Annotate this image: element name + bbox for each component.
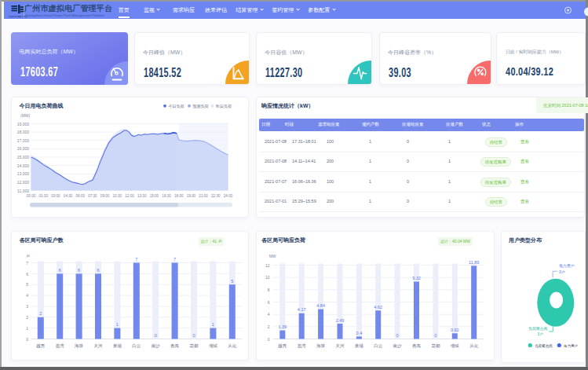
svg-text:19,000: 19,000 [17,121,30,126]
svg-text:南沙: 南沙 [152,343,161,348]
svg-text:0.4: 0.4 [356,330,363,335]
svg-text:花都: 花都 [190,343,199,348]
svg-text:6: 6 [26,271,28,276]
svg-text:1: 1 [26,325,28,330]
svg-text:3: 3 [26,304,28,309]
svg-text:增城: 增城 [451,343,460,347]
svg-text:2: 2 [26,315,28,320]
svg-text:电力用户: 电力用户 [564,344,578,348]
svg-text:6: 6 [97,267,99,272]
svg-text:7: 7 [26,260,28,265]
svg-text:19:30: 19:30 [187,193,196,197]
svg-text:海珠: 海珠 [316,343,326,348]
svg-text:0: 0 [26,336,28,341]
svg-text:9.32: 9.32 [413,276,422,280]
svg-text:18,000: 18,000 [17,130,30,134]
svg-text:0: 0 [155,333,157,338]
svg-text:0户: 0户 [559,269,565,274]
svg-text:0.92: 0.92 [451,327,459,332]
svg-text:从化: 从化 [228,343,237,348]
svg-text:荔湾: 荔湾 [56,343,65,348]
svg-text:16:30: 16:30 [162,193,171,197]
svg-text:1.39: 1.39 [279,324,287,329]
svg-text:2: 2 [39,311,42,316]
svg-text:06:00: 06:00 [75,193,85,197]
svg-text:电力用户: 电力用户 [559,263,574,269]
svg-text:荔湾: 荔湾 [298,343,307,348]
svg-text:2.49: 2.49 [336,317,345,322]
svg-text:0: 0 [435,333,437,338]
svg-text:6: 6 [59,267,61,272]
svg-text:22:30: 22:30 [211,193,221,197]
svg-text:4.62: 4.62 [374,304,383,309]
svg-text:天河: 天河 [94,343,104,348]
svg-text:白云: 白云 [374,343,384,348]
svg-text:15,000: 15,000 [17,155,30,159]
svg-text:黄埔: 黄埔 [355,343,364,347]
svg-text:11,000: 11,000 [17,188,29,192]
svg-text:负荷聚合商: 负荷聚合商 [528,325,547,331]
svg-text:6: 6 [78,267,80,272]
svg-text:12:00: 12:00 [125,193,134,197]
svg-text:4: 4 [268,312,270,317]
svg-text:21:00: 21:00 [199,193,208,197]
svg-text:负荷聚合商: 负荷聚合商 [535,344,553,348]
svg-text:13,000: 13,000 [17,171,30,176]
svg-text:番禺: 番禺 [170,343,179,348]
svg-text:16,000: 16,000 [17,146,30,151]
svg-text:0: 0 [396,333,399,338]
svg-text:4: 4 [26,293,28,298]
svg-text:2: 2 [268,324,270,329]
svg-text:0: 0 [192,333,195,338]
svg-text:07:30: 07:30 [88,193,97,197]
svg-text:01:30: 01:30 [38,193,48,197]
svg-text:白云: 白云 [132,343,141,348]
svg-text:18:00: 18:00 [174,193,184,197]
svg-text:南沙: 南沙 [393,343,402,348]
svg-text:7: 7 [173,257,176,262]
svg-text:0: 0 [268,336,270,341]
svg-text:1: 1 [116,322,119,327]
svg-text:越秀: 越秀 [36,343,46,348]
svg-text:天河: 天河 [336,343,345,348]
svg-text:00:00: 00:00 [27,193,36,197]
svg-text:越秀: 越秀 [279,343,288,348]
svg-text:15:00: 15:00 [150,193,159,197]
svg-text:10:30: 10:30 [113,193,122,197]
svg-text:5: 5 [231,278,233,283]
svg-text:12,000: 12,000 [17,179,30,184]
svg-text:增城: 增城 [209,343,218,347]
svg-text:黄埔: 黄埔 [113,343,122,347]
svg-text:5: 5 [26,282,28,287]
svg-text:11.89: 11.89 [469,259,479,264]
svg-text:13:30: 13:30 [137,193,147,197]
svg-text:从化: 从化 [470,343,480,348]
svg-text:09:00: 09:00 [100,193,110,197]
svg-text:MW: MW [269,253,276,258]
svg-text:14,000: 14,000 [17,163,30,167]
svg-text:1: 1 [212,322,214,327]
svg-text:番禺: 番禺 [412,343,421,348]
svg-text:海珠: 海珠 [75,343,84,348]
svg-text:7: 7 [135,257,137,262]
svg-text:花都: 花都 [432,343,441,348]
svg-text:10: 10 [265,275,270,280]
svg-text:4.84: 4.84 [317,303,326,308]
svg-text:8: 8 [268,288,270,292]
svg-text:24:00: 24:00 [224,193,233,197]
svg-text:3户: 3户 [537,331,543,335]
svg-text:4.17: 4.17 [298,307,306,312]
svg-text:03:00: 03:00 [51,193,60,197]
svg-text:6: 6 [268,299,270,304]
svg-text:17,000: 17,000 [17,137,30,142]
svg-text:04:30: 04:30 [64,193,73,197]
svg-text:12: 12 [265,262,270,267]
svg-text:户: 户 [26,253,30,258]
